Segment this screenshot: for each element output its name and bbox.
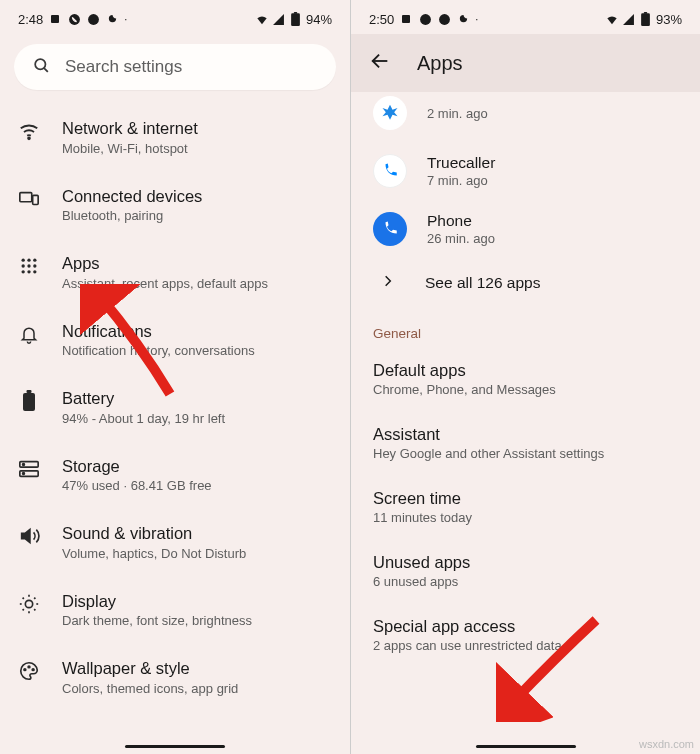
wifi-icon xyxy=(18,120,40,142)
app-time: 26 min. ago xyxy=(427,231,495,246)
item-subtitle: 2 apps can use unrestricted data xyxy=(373,638,678,653)
brightness-icon xyxy=(18,593,40,615)
app-time: 7 min. ago xyxy=(427,173,495,188)
status-bar: 2:48 · 94% xyxy=(0,0,350,34)
svg-point-16 xyxy=(22,270,25,273)
svg-rect-4 xyxy=(294,12,298,14)
see-all-apps[interactable]: See all 126 apps xyxy=(351,258,700,308)
svg-rect-20 xyxy=(27,390,32,393)
battery-icon xyxy=(18,390,40,412)
bell-icon xyxy=(18,323,40,345)
battery-pct: 94% xyxy=(306,12,332,27)
svg-rect-41 xyxy=(644,12,648,14)
battery-pct: 93% xyxy=(656,12,682,27)
item-subtitle: Colors, themed icons, app grid xyxy=(62,681,238,698)
dnd-icon xyxy=(456,12,470,26)
svg-point-7 xyxy=(28,137,30,139)
search-icon xyxy=(32,56,51,79)
item-subtitle: 94% - About 1 day, 19 hr left xyxy=(62,411,225,428)
svg-point-39 xyxy=(439,14,450,25)
signal-icon xyxy=(622,12,636,26)
svg-rect-19 xyxy=(23,393,35,411)
item-title: Screen time xyxy=(373,489,678,508)
apps-settings-screen: 2:50 · 93% Apps 2 min. ago Truecaller7 m… xyxy=(350,0,700,754)
more-indicator: · xyxy=(475,13,478,25)
item-title: Assistant xyxy=(373,425,678,444)
svg-rect-9 xyxy=(33,195,38,204)
svg-point-18 xyxy=(33,270,36,273)
svg-point-5 xyxy=(35,59,45,69)
app-name: Truecaller xyxy=(427,154,495,172)
app-icon-generic xyxy=(373,96,407,130)
svg-point-11 xyxy=(27,259,30,262)
svg-line-31 xyxy=(34,609,35,610)
storage-icon xyxy=(18,458,40,480)
settings-item-sound[interactable]: Sound & vibrationVolume, haptics, Do Not… xyxy=(0,509,350,577)
recent-app-row[interactable]: 2 min. ago xyxy=(351,92,700,142)
notif-icon xyxy=(48,12,62,26)
general-item-screen-time[interactable]: Screen time 11 minutes today xyxy=(351,475,700,539)
item-title: Special app access xyxy=(373,617,678,636)
settings-item-notifications[interactable]: NotificationsNotification history, conve… xyxy=(0,307,350,375)
svg-point-14 xyxy=(27,264,30,267)
search-placeholder: Search settings xyxy=(65,57,182,77)
settings-item-battery[interactable]: Battery94% - About 1 day, 19 hr left xyxy=(0,374,350,442)
app-name: Phone xyxy=(427,212,495,230)
call-icon-2 xyxy=(86,12,100,26)
recent-app-row[interactable]: Phone26 min. ago xyxy=(351,200,700,258)
watermark: wsxdn.com xyxy=(639,738,694,750)
general-item-assistant[interactable]: Assistant Hey Google and other Assistant… xyxy=(351,411,700,475)
svg-point-23 xyxy=(23,463,25,465)
status-bar: 2:50 · 93% xyxy=(351,0,700,34)
sound-icon xyxy=(18,525,40,547)
settings-item-display[interactable]: DisplayDark theme, font size, brightness xyxy=(0,577,350,645)
item-title: Wallpaper & style xyxy=(62,658,238,679)
item-title: Connected devices xyxy=(62,186,202,207)
notif-icon xyxy=(399,12,413,26)
svg-rect-3 xyxy=(292,13,301,26)
nav-handle[interactable] xyxy=(125,745,225,748)
settings-item-network[interactable]: Network & internetMobile, Wi-Fi, hotspot xyxy=(0,104,350,172)
item-subtitle: 6 unused apps xyxy=(373,574,678,589)
svg-line-6 xyxy=(44,68,48,72)
general-item-special-access[interactable]: Special app access 2 apps can use unrest… xyxy=(351,603,700,667)
settings-item-connected[interactable]: Connected devicesBluetooth, pairing xyxy=(0,172,350,240)
settings-item-storage[interactable]: Storage47% used · 68.41 GB free xyxy=(0,442,350,510)
item-subtitle: 11 minutes today xyxy=(373,510,678,525)
item-title: Unused apps xyxy=(373,553,678,572)
svg-rect-37 xyxy=(402,15,410,23)
back-button[interactable] xyxy=(369,50,391,76)
truecaller-icon xyxy=(373,154,407,188)
svg-point-34 xyxy=(24,669,26,671)
item-title: Battery xyxy=(62,388,225,409)
item-subtitle: Notification history, conversations xyxy=(62,343,255,360)
item-subtitle: Hey Google and other Assistant settings xyxy=(373,446,678,461)
wifi-icon xyxy=(605,12,619,26)
battery-icon xyxy=(289,12,303,26)
svg-point-25 xyxy=(25,600,32,607)
item-subtitle: Bluetooth, pairing xyxy=(62,208,202,225)
svg-rect-0 xyxy=(51,15,59,23)
svg-line-33 xyxy=(34,597,35,598)
svg-rect-40 xyxy=(642,13,651,26)
svg-point-38 xyxy=(420,14,431,25)
wifi-icon xyxy=(255,12,269,26)
phone-icon xyxy=(373,212,407,246)
svg-point-24 xyxy=(23,472,25,474)
general-item-default-apps[interactable]: Default apps Chrome, Phone, and Messages xyxy=(351,347,700,411)
nav-handle[interactable] xyxy=(476,745,576,748)
item-title: Storage xyxy=(62,456,212,477)
call-icon xyxy=(418,12,432,26)
settings-item-wallpaper[interactable]: Wallpaper & styleColors, themed icons, a… xyxy=(0,644,350,712)
svg-point-17 xyxy=(27,270,30,273)
svg-point-12 xyxy=(33,259,36,262)
see-all-label: See all 126 apps xyxy=(425,274,540,292)
page-title: Apps xyxy=(417,52,463,75)
settings-item-apps[interactable]: AppsAssistant, recent apps, default apps xyxy=(0,239,350,307)
general-item-unused-apps[interactable]: Unused apps 6 unused apps xyxy=(351,539,700,603)
recent-app-row[interactable]: Truecaller7 min. ago xyxy=(351,142,700,200)
item-subtitle: Volume, haptics, Do Not Disturb xyxy=(62,546,246,563)
search-settings-bar[interactable]: Search settings xyxy=(14,44,336,90)
item-title: Notifications xyxy=(62,321,255,342)
svg-point-2 xyxy=(88,14,99,25)
